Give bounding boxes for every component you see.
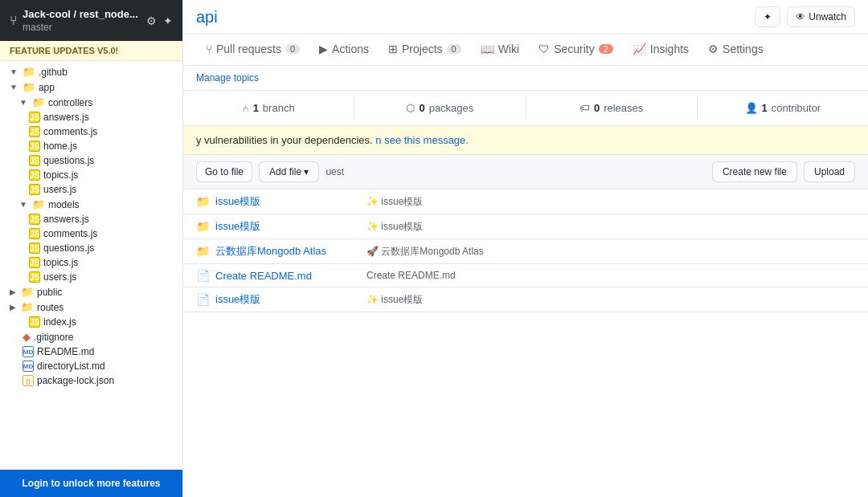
- content-area: Manage topics ⑃ 1 branch ⬡ 0 packages 🏷 …: [183, 66, 868, 497]
- sidebar-item-models[interactable]: ▼ 📁 models: [0, 197, 182, 212]
- stat-contributors[interactable]: 👤 1 contributor: [698, 97, 868, 119]
- js-icon: JS: [29, 316, 40, 328]
- js-icon: JS: [29, 242, 40, 254]
- table-row: 📄 Create README.md Create README.md: [183, 264, 868, 287]
- request-label: uest: [326, 166, 344, 177]
- repo-title: api: [196, 8, 218, 26]
- sidebar-item-public[interactable]: ▶ 📁 public: [0, 284, 182, 299]
- stat-count: 1: [253, 102, 259, 114]
- sidebar-item-index-js[interactable]: JS index.js: [0, 315, 182, 329]
- sidebar-item-dirlist[interactable]: MD directoryList.md: [0, 359, 182, 373]
- sidebar-repo-info: Jack-cool / rest_node... Unwatch master: [23, 8, 138, 33]
- sidebar-item-label: directoryList.md: [37, 361, 105, 372]
- sidebar-item-label: answers.js: [43, 112, 89, 123]
- octicon-star-button[interactable]: ✦: [755, 6, 780, 27]
- tab-label: Settings: [723, 43, 764, 55]
- sidebar-item-questions-js[interactable]: JS questions.js: [0, 153, 182, 168]
- tab-wiki[interactable]: 📖 Wiki: [471, 35, 529, 65]
- sidebar-item-label: users.js: [43, 271, 76, 283]
- stat-count: 0: [594, 102, 600, 114]
- tab-security[interactable]: 🛡 Security 2: [529, 35, 623, 65]
- watch-button[interactable]: 👁 Unwatch: [787, 6, 855, 27]
- sidebar-item-label: public: [37, 287, 62, 298]
- tab-label: Projects: [402, 43, 443, 55]
- stat-label: packages: [429, 102, 474, 114]
- stat-count: 1: [762, 102, 768, 114]
- tab-pull-requests[interactable]: ⑂ Pull requests 0: [196, 35, 309, 65]
- sidebar-item-controllers[interactable]: ▼ 📁 controllers: [0, 95, 182, 110]
- tab-actions[interactable]: ▶ Actions: [309, 35, 379, 65]
- table-row: 📄 issue模版 ✨ issue模版: [183, 287, 868, 312]
- sidebar-item-answers-js[interactable]: JS answers.js: [0, 110, 182, 124]
- file-commit: ✨ issue模版: [366, 293, 855, 307]
- folder-icon: 📁: [196, 220, 209, 233]
- package-icon: ⬡: [406, 102, 415, 114]
- go-to-file-button[interactable]: Go to file: [196, 161, 252, 182]
- js-icon: JS: [29, 141, 40, 152]
- folder-icon: 📁: [23, 66, 35, 78]
- sidebar-item-topics-js-m[interactable]: JS topics.js: [0, 255, 182, 270]
- table-row: 📁 issue模版 ✨ issue模版: [183, 214, 868, 239]
- sidebar-item-topics-js[interactable]: JS topics.js: [0, 168, 182, 182]
- star-icon[interactable]: ✦: [163, 14, 173, 27]
- add-file-button[interactable]: Add file ▾: [259, 161, 319, 182]
- file-list: 📁 issue模版 ✨ issue模版 📁 issue模版 ✨ issue模版 …: [183, 189, 868, 312]
- sidebar-item-home-js[interactable]: JS home.js: [0, 139, 182, 153]
- file-browser-header-right: Create new file Upload: [712, 161, 855, 182]
- sidebar-repo-name: Jack-cool / rest_node...: [23, 8, 138, 20]
- folder-icon: 📁: [196, 245, 209, 258]
- manage-topics-link[interactable]: Manage topics: [183, 66, 868, 91]
- stat-packages[interactable]: ⬡ 0 packages: [354, 97, 526, 119]
- sidebar-item-comments-js[interactable]: JS comments.js: [0, 124, 182, 139]
- table-row: 📁 issue模版 ✨ issue模版: [183, 189, 868, 214]
- file-commit: ✨ issue模版: [366, 220, 855, 234]
- branch-icon: ⑃: [243, 102, 249, 114]
- stat-releases[interactable]: 🏷 0 releases: [526, 97, 698, 119]
- sidebar-login-button[interactable]: Login to unlock more features: [0, 470, 182, 497]
- sidebar-item-users-js[interactable]: JS users.js: [0, 182, 182, 197]
- chevron-down-icon: ▼: [10, 67, 18, 76]
- tab-projects[interactable]: ⊞ Projects 0: [379, 35, 471, 65]
- sidebar-item-users-js-m[interactable]: JS users.js: [0, 270, 182, 284]
- stat-count: 0: [419, 102, 424, 114]
- sidebar-item-app[interactable]: ▼ 📁 app: [0, 79, 182, 95]
- stat-branches[interactable]: ⑃ 1 branch: [183, 97, 354, 119]
- warning-link[interactable]: n see this message.: [375, 134, 469, 146]
- file-name[interactable]: 云数据库Mongodb Atlas: [215, 244, 360, 259]
- eye-icon: 👁: [796, 11, 805, 22]
- branch-name: master: [23, 22, 52, 33]
- sidebar-item-gitignore[interactable]: ◆ .gitignore: [0, 329, 182, 344]
- sidebar-item-routes[interactable]: ▶ 📁 routes: [0, 299, 182, 315]
- branch-icon: ⑂: [10, 14, 18, 28]
- sidebar: ⑂ Jack-cool / rest_node... Unwatch maste…: [0, 0, 183, 497]
- sidebar-item-github[interactable]: ▼ 📁 .github: [0, 64, 182, 79]
- file-name[interactable]: issue模版: [215, 292, 360, 307]
- chevron-right-icon: ▶: [10, 287, 16, 296]
- sidebar-item-questions-js-m[interactable]: JS questions.js: [0, 241, 182, 255]
- tab-insights[interactable]: 📈 Insights: [623, 35, 698, 65]
- create-new-file-button[interactable]: Create new file: [712, 161, 797, 182]
- upload-button[interactable]: Upload: [804, 161, 855, 182]
- folder-icon: 📁: [21, 301, 34, 313]
- js-icon: JS: [29, 214, 40, 225]
- main-content: api ✦ 👁 Unwatch ⑂ Pull requests 0 ▶ Acti…: [183, 0, 868, 497]
- json-icon: {}: [23, 375, 34, 386]
- sidebar-item-label: README.md: [37, 346, 94, 357]
- file-name[interactable]: issue模版: [215, 219, 360, 234]
- sidebar-item-answers-js-m[interactable]: JS answers.js: [0, 212, 182, 226]
- person-icon: 👤: [745, 102, 758, 114]
- gear-icon[interactable]: ⚙: [146, 14, 157, 27]
- tab-settings[interactable]: ⚙ Settings: [698, 35, 773, 65]
- warning-banner: y vulnerabilities in your dependencies. …: [183, 126, 868, 155]
- sidebar-item-comments-js-m[interactable]: JS comments.js: [0, 226, 182, 241]
- file-name[interactable]: issue模版: [215, 194, 360, 209]
- sidebar-item-label: users.js: [43, 184, 76, 195]
- sidebar-item-readme[interactable]: MD README.md: [0, 344, 182, 359]
- tab-label: Insights: [650, 43, 689, 55]
- file-browser-header-left: Go to file Add file ▾ uest: [196, 161, 344, 182]
- chevron-right-icon: ▶: [10, 303, 16, 312]
- star-icon: ✦: [764, 11, 772, 22]
- sidebar-item-pkgjson[interactable]: {} package-lock.json: [0, 373, 182, 388]
- tab-badge: 0: [285, 44, 300, 54]
- file-name[interactable]: Create README.md: [215, 270, 360, 282]
